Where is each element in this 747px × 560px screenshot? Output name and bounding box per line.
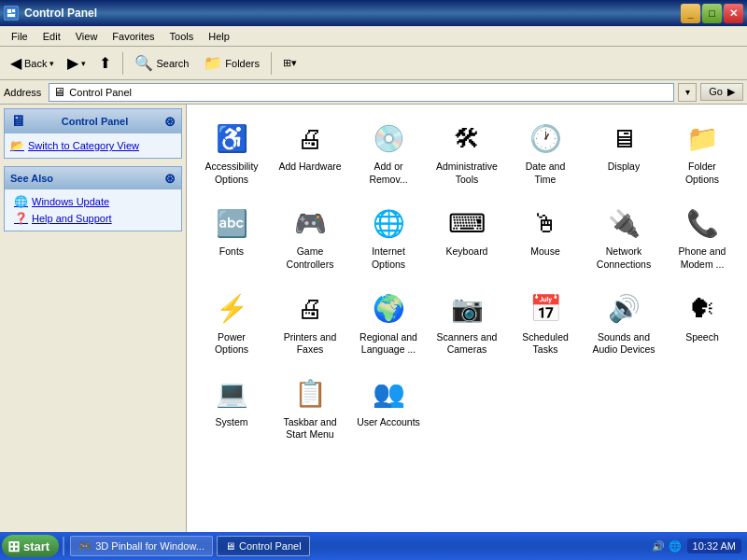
search-icon: 🔍 bbox=[134, 54, 153, 72]
icon-user-accounts[interactable]: 👥User Accounts bbox=[351, 368, 426, 449]
views-button[interactable]: ⊞▾ bbox=[276, 53, 303, 73]
control-panel-section: 🖥 Control Panel ⊛ 📂 Switch to Category V… bbox=[4, 108, 182, 159]
titlebar: Control Panel _ □ ✕ bbox=[0, 0, 747, 26]
forward-button[interactable]: ▶ ▾ bbox=[63, 50, 91, 76]
menu-view[interactable]: View bbox=[68, 29, 106, 44]
menu-favorites[interactable]: Favorites bbox=[105, 29, 162, 44]
forward-dropdown-icon: ▾ bbox=[81, 59, 86, 68]
control-panel-body: 📂 Switch to Category View bbox=[5, 133, 181, 158]
icons-grid: ♿Accessibility Options🖨Add Hardware💿Add … bbox=[194, 112, 740, 449]
icon-keyboard[interactable]: ⌨Keyboard bbox=[430, 197, 504, 278]
back-button[interactable]: ◀ Back ▾ bbox=[4, 50, 61, 76]
help-support-label: Help and Support bbox=[32, 213, 112, 224]
go-arrow-icon: ▶ bbox=[727, 86, 735, 97]
mouse-icon: 🖱 bbox=[527, 204, 564, 242]
switch-view-icon: 📂 bbox=[10, 139, 24, 152]
windows-update-label: Windows Update bbox=[32, 196, 109, 207]
add-hardware-label: Add Hardware bbox=[278, 161, 341, 174]
icon-regional-language[interactable]: 🌍Regional and Language ... bbox=[351, 283, 426, 364]
icon-printers-faxes[interactable]: 🖨Printers and Faxes bbox=[273, 283, 347, 364]
icon-add-remove[interactable]: 💿Add or Remov... bbox=[351, 112, 426, 193]
icon-date-time[interactable]: 🕐Date and Time bbox=[508, 112, 583, 193]
addressbar: Address 🖥 Control Panel ▾ Go ▶ bbox=[0, 80, 747, 105]
game-controllers-icon: 🎮 bbox=[291, 204, 329, 242]
icon-speech[interactable]: 🗣Speech bbox=[665, 283, 740, 364]
taskbar-item-pinball[interactable]: 🎮 3D Pinball for Window... bbox=[70, 536, 213, 556]
phone-modem-icon: 📞 bbox=[684, 204, 721, 242]
search-button[interactable]: 🔍 Search bbox=[128, 50, 195, 76]
menu-file[interactable]: File bbox=[4, 29, 35, 44]
icon-network-connections[interactable]: 🔌Network Connections bbox=[586, 197, 661, 278]
taskbar-controlpanel-label: Control Panel bbox=[239, 540, 302, 552]
address-value: Control Panel bbox=[69, 87, 132, 98]
icon-display[interactable]: 🖥Display bbox=[586, 112, 661, 193]
address-dropdown[interactable]: ▾ bbox=[678, 83, 697, 102]
address-label: Address bbox=[4, 87, 45, 98]
minimize-button[interactable]: _ bbox=[681, 4, 700, 23]
scheduled-tasks-label: Scheduled Tasks bbox=[514, 331, 577, 357]
folders-button[interactable]: 📁 Folders bbox=[197, 50, 266, 76]
systray-area: 🔊 🌐 bbox=[652, 540, 681, 553]
icon-game-controllers[interactable]: 🎮Game Controllers bbox=[273, 197, 347, 278]
icon-add-hardware[interactable]: 🖨Add Hardware bbox=[273, 112, 347, 193]
forward-icon: ▶ bbox=[67, 54, 78, 72]
svg-rect-3 bbox=[7, 14, 15, 17]
accessibility-label: Accessibility Options bbox=[200, 161, 263, 186]
regional-language-icon: 🌍 bbox=[370, 290, 407, 328]
collapse-button[interactable]: ⊛ bbox=[164, 114, 176, 129]
icon-scheduled-tasks[interactable]: 📅Scheduled Tasks bbox=[508, 283, 583, 364]
date-time-label: Date and Time bbox=[514, 161, 577, 186]
date-time-icon: 🕐 bbox=[527, 119, 564, 157]
internet-options-label: Internet Options bbox=[357, 245, 420, 271]
sounds-audio-label: Sounds and Audio Devices bbox=[592, 331, 655, 357]
windows-update-link[interactable]: 🌐 Windows Update bbox=[10, 193, 176, 210]
icon-sounds-audio[interactable]: 🔊Sounds and Audio Devices bbox=[586, 283, 661, 364]
icon-mouse[interactable]: 🖱Mouse bbox=[508, 197, 583, 278]
see-also-header: See Also ⊛ bbox=[5, 167, 181, 189]
folders-label: Folders bbox=[225, 58, 260, 69]
taskbar-item-controlpanel[interactable]: 🖥 Control Panel bbox=[217, 536, 310, 556]
see-also-collapse-button[interactable]: ⊛ bbox=[164, 171, 176, 186]
go-button[interactable]: Go ▶ bbox=[700, 83, 743, 101]
help-support-link[interactable]: ❓ Help and Support bbox=[10, 210, 176, 227]
up-icon: ⬆ bbox=[99, 54, 111, 72]
icon-phone-modem[interactable]: 📞Phone and Modem ... bbox=[665, 197, 740, 278]
start-button[interactable]: ⊞ start bbox=[2, 535, 59, 557]
switch-view-link[interactable]: 📂 Switch to Category View bbox=[10, 137, 176, 154]
icon-system[interactable]: 💻System bbox=[194, 368, 269, 449]
address-folder-icon: 🖥 bbox=[53, 85, 65, 99]
taskbar-pinball-icon: 🎮 bbox=[78, 540, 92, 553]
power-options-icon: ⚡ bbox=[213, 290, 250, 328]
icon-fonts[interactable]: 🔤Fonts bbox=[194, 197, 269, 278]
icon-taskbar-startmenu[interactable]: 📋Taskbar and Start Menu bbox=[273, 368, 347, 449]
icon-internet-options[interactable]: 🌐Internet Options bbox=[351, 197, 426, 278]
folder-options-icon: 📁 bbox=[684, 119, 721, 157]
keyboard-icon: ⌨ bbox=[448, 204, 486, 242]
address-field[interactable]: 🖥 Control Panel bbox=[49, 83, 674, 102]
folders-icon: 📁 bbox=[204, 54, 222, 72]
back-dropdown-icon: ▾ bbox=[49, 59, 54, 68]
display-label: Display bbox=[608, 161, 640, 174]
sounds-audio-icon: 🔊 bbox=[605, 290, 642, 328]
close-button[interactable]: ✕ bbox=[724, 4, 743, 23]
see-also-section: See Also ⊛ 🌐 Windows Update ❓ Help and S… bbox=[4, 166, 182, 231]
user-accounts-icon: 👥 bbox=[370, 375, 407, 413]
icon-accessibility[interactable]: ♿Accessibility Options bbox=[194, 112, 269, 193]
icon-scanners-cameras[interactable]: 📷Scanners and Cameras bbox=[430, 283, 504, 364]
add-hardware-icon: 🖨 bbox=[291, 119, 329, 157]
left-panel: 🖥 Control Panel ⊛ 📂 Switch to Category V… bbox=[0, 105, 187, 532]
windows-logo-icon: ⊞ bbox=[7, 538, 20, 555]
admin-tools-icon: 🛠 bbox=[448, 119, 486, 157]
system-icon: 💻 bbox=[213, 375, 250, 413]
scanners-cameras-icon: 📷 bbox=[448, 290, 486, 328]
icon-power-options[interactable]: ⚡Power Options bbox=[194, 283, 269, 364]
maximize-button[interactable]: □ bbox=[702, 4, 722, 23]
up-button[interactable]: ⬆ bbox=[92, 50, 118, 76]
svg-rect-1 bbox=[7, 9, 11, 13]
menu-tools[interactable]: Tools bbox=[162, 29, 202, 44]
menu-help[interactable]: Help bbox=[201, 29, 237, 44]
icon-admin-tools[interactable]: 🛠Administrative Tools bbox=[430, 112, 504, 193]
menu-edit[interactable]: Edit bbox=[35, 29, 68, 44]
icon-folder-options[interactable]: 📁Folder Options bbox=[665, 112, 740, 193]
network-connections-icon: 🔌 bbox=[605, 204, 642, 242]
